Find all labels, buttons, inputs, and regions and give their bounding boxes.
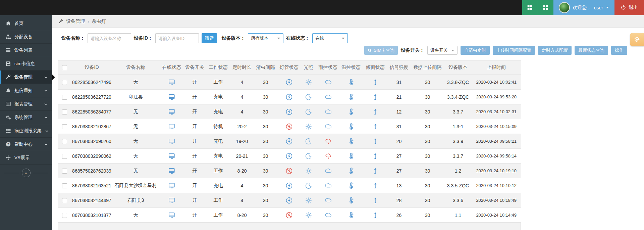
row-checkbox[interactable] [62,169,67,174]
row-checkbox[interactable] [62,95,67,100]
row-checkbox[interactable] [62,139,67,144]
cell-text: 8-20 [237,168,247,174]
row-checkbox[interactable] [62,198,67,203]
timer-duration-cell: 8-20 [231,164,253,178]
column-header: 倾倒状态 [363,60,387,75]
switch-cell: 开 [184,90,206,104]
checkbox-cell [58,104,71,119]
moon-icon [305,108,312,116]
pole-icon [372,167,379,175]
bolt-on-icon [285,152,293,160]
sidebar-item-1[interactable]: 分配设备 [0,30,52,44]
row-checkbox[interactable] [62,124,67,129]
sidebar-item-8[interactable]: 病虫测报采集 [0,124,52,138]
device-table-wrap: 设备ID设备名称在线状态设备开关工作状态定时时长清虫间隔灯管状态光照雨控状态温控… [58,60,521,223]
action-button-2[interactable]: 定时方式配置 [538,46,572,55]
upload-interval-cell: 30 [411,75,444,90]
version-select[interactable]: 所有版本 [248,33,283,43]
cell-text: 充电 [214,109,223,114]
version-cell: 3.3.4-ZQC [444,90,472,104]
light-cell [300,193,317,208]
lamp-status-cell [278,134,300,149]
cell-text: 充电 [214,153,223,158]
clean-interval-cell: 30 [253,149,278,164]
sidebar-item-5[interactable]: 短信通知 [0,84,52,97]
signal-cell: 27 [387,149,411,164]
row-checkbox[interactable] [62,213,67,218]
report-icon [5,101,11,107]
device-switch-select[interactable]: 设备开关 [427,46,458,55]
report-time-cell: 2020-03-24 09:53:20 [472,90,521,104]
monitor-icon [168,152,175,160]
filter-button[interactable]: 筛选 [202,33,217,43]
chevron-down-icon [44,102,48,106]
sidebar-item-6[interactable]: 报表管理 [0,97,52,111]
device-id-cell: 862285036227720 [71,90,112,104]
work-status-cell: 充电 [206,178,231,193]
sidebar-item-9[interactable]: ?帮助中心 [0,138,52,151]
device-id-input[interactable] [155,33,199,43]
table-row: 867038032101877无开工作8-203026301.12020-03-… [58,208,521,223]
breadcrumb-section[interactable]: 设备管理 [66,18,85,25]
cell-text: 30 [263,109,268,114]
row-checkbox[interactable] [62,154,67,159]
select-all-checkbox[interactable] [62,65,67,70]
cell-text: 2020-03-24 09:58:14 [476,153,517,158]
cell-text: 工作 [214,212,223,218]
cell-text: 开 [193,153,197,158]
cell-text: 3.3.5-ZQC [447,183,469,188]
work-status-cell: 充电 [206,90,231,104]
checkbox-cell [58,90,71,104]
apps-button-1[interactable] [522,0,538,15]
temp-status-cell [339,208,363,223]
main-content: 设备管理 › 杀虫灯 设备名称： 设备ID： 筛选 设备版本： 所有版本 在线状… [52,15,644,230]
sidebar-item-3[interactable]: sim卡信息 [0,57,52,71]
monitor-icon [168,123,175,130]
settings-fab[interactable] [630,33,644,46]
rain-status-cell [317,104,339,119]
action-button-3[interactable]: 最新状态查询 [575,46,608,55]
checkbox-cell [58,178,71,193]
sidebar-item-4[interactable]: 设备管理 [0,71,52,84]
upload-interval-cell: 30 [411,104,444,119]
rain-status-cell [317,90,339,104]
sidebar-item-2[interactable]: 设备列表 [0,44,52,57]
table-row: 867038032090062无开充电20-213027303.3.72020-… [58,149,521,164]
device-name-input[interactable] [88,33,131,43]
cell-text: 30 [425,139,430,144]
sim-query-button[interactable]: SIM卡查询 [364,46,398,55]
apps-button-2[interactable] [538,0,553,15]
action-button-1[interactable]: 上传时间间隔配置 [493,46,535,55]
online-status-cell [159,90,184,104]
breadcrumb-separator: › [88,19,89,24]
action-button-4[interactable]: 操作 [611,46,627,55]
sidebar-collapse-button[interactable]: « [0,169,52,182]
sidebar-item-10[interactable]: VR展示 [0,151,52,165]
row-checkbox[interactable] [62,109,67,114]
row-checkbox[interactable] [62,183,67,188]
device-name-cell: 无 [112,104,159,119]
home-icon [5,20,11,26]
bolt-on-icon [285,182,293,189]
caret-down-icon [606,6,609,9]
user-menu[interactable]: 欢迎您， user [553,0,614,15]
table-body: 862285036247496无开工作43031303.3.8-ZQC2020-… [58,75,521,223]
online-status-select[interactable]: 在线 [312,33,348,43]
work-status-cell: 工作 [206,193,231,208]
cell-text: 工作 [214,79,223,85]
cell-text: 28 [396,198,402,203]
cell-text: 30 [425,198,430,203]
device-id-cell: 867038032163521 [71,178,112,193]
sidebar-item-label: 首页 [14,20,48,27]
cell-text: 开 [193,197,197,203]
action-button-0[interactable]: 自清虫定时 [461,46,490,55]
tilt-status-cell [363,178,387,193]
column-header: 数据上传间隔 [411,60,444,75]
report-time-cell: 2020-03-24 10:18:49 [472,193,521,208]
sidebar-item-0[interactable]: 首页 [0,17,52,30]
row-checkbox[interactable] [62,80,67,85]
sidebar-item-7[interactable]: 系统管理 [0,111,52,124]
sun-icon [305,123,312,130]
logout-button[interactable]: 退出 [614,0,644,15]
timer-duration-cell: 19-20 [231,134,253,149]
